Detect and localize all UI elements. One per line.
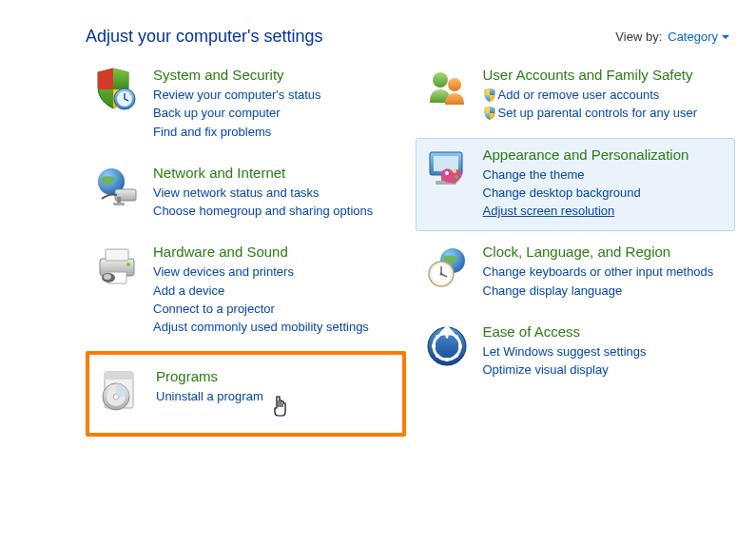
- category-link[interactable]: View devices and printers: [153, 264, 397, 280]
- category-link[interactable]: Add or remove user accounts: [483, 88, 727, 103]
- category-links: Add or remove user accounts Set up paren…: [483, 88, 727, 122]
- category-programs[interactable]: ProgramsUninstall a program: [86, 351, 406, 437]
- page-title: Adjust your computer's settings: [86, 27, 323, 47]
- category-title[interactable]: Programs: [156, 368, 395, 385]
- link-text: Add or remove user accounts: [498, 88, 660, 102]
- link-text: Change display language: [483, 283, 623, 298]
- category-clock-language-and-region[interactable]: Clock, Language, and RegionChange keyboa…: [416, 235, 736, 311]
- programs-disc-icon: [97, 368, 143, 414]
- uac-shield-icon: [483, 88, 496, 102]
- category-body: User Accounts and Family Safety Add or r…: [483, 67, 727, 122]
- category-link[interactable]: Find and fix problems: [153, 125, 397, 140]
- category-links: Change the themeChange desktop backgroun…: [483, 167, 727, 220]
- svg-point-18: [448, 78, 461, 91]
- link-text: Connect to a projector: [153, 302, 275, 316]
- uac-shield-icon: [483, 107, 496, 120]
- link-text: Review your computer's status: [153, 88, 321, 102]
- category-title[interactable]: Clock, Language, and Region: [483, 244, 727, 261]
- category-title[interactable]: Ease of Access: [483, 323, 727, 341]
- ease-access-icon: [424, 323, 470, 369]
- svg-rect-7: [106, 249, 128, 261]
- category-body: Clock, Language, and RegionChange keyboa…: [483, 244, 727, 299]
- category-link[interactable]: Review your computer's status: [153, 88, 397, 103]
- link-text: Change keyboards or other input methods: [483, 264, 714, 279]
- link-text: Find and fix problems: [153, 125, 271, 139]
- svg-point-36: [455, 335, 458, 339]
- appearance-icon: [424, 146, 470, 192]
- category-link[interactable]: Choose homegroup and sharing options: [153, 204, 397, 219]
- svg-point-9: [126, 263, 130, 266]
- category-body: Network and InternetView network status …: [153, 165, 397, 220]
- category-links: View network status and tasksChoose home…: [153, 185, 397, 220]
- category-link[interactable]: Back up your computer: [153, 106, 397, 121]
- svg-point-37: [436, 354, 439, 358]
- svg-point-23: [445, 171, 449, 175]
- clock-globe-icon: [424, 244, 470, 289]
- category-link[interactable]: Change display language: [483, 283, 727, 299]
- shield-clock-icon: [94, 67, 140, 112]
- category-link[interactable]: Adjust screen resolution: [483, 204, 727, 219]
- category-title[interactable]: Hardware and Sound: [153, 244, 397, 261]
- category-link[interactable]: Set up parental controls for any user: [483, 106, 727, 121]
- category-title[interactable]: System and Security: [153, 67, 397, 84]
- svg-point-24: [453, 169, 456, 173]
- categories-grid: System and SecurityReview your computer'…: [0, 58, 756, 440]
- link-text: Change the theme: [483, 167, 585, 182]
- svg-rect-13: [105, 372, 133, 380]
- link-text: Change desktop background: [483, 185, 641, 200]
- category-hardware-and-sound[interactable]: Hardware and SoundView devices and print…: [86, 235, 406, 347]
- category-link[interactable]: Let Windows suggest settings: [483, 344, 727, 360]
- printer-icon: [94, 244, 140, 289]
- link-text: Uninstall a program: [156, 389, 263, 403]
- category-network-and-internet[interactable]: Network and InternetView network status …: [86, 156, 406, 232]
- category-system-and-security[interactable]: System and SecurityReview your computer'…: [86, 58, 406, 152]
- category-title[interactable]: Network and Internet: [153, 165, 397, 182]
- svg-rect-5: [113, 203, 125, 205]
- svg-point-29: [439, 273, 442, 276]
- left-column: System and SecurityReview your computer'…: [86, 58, 406, 440]
- category-link[interactable]: View network status and tasks: [153, 185, 397, 201]
- link-text: Adjust screen resolution: [483, 204, 615, 218]
- category-link[interactable]: Change keyboards or other input methods: [483, 264, 727, 280]
- category-link[interactable]: Uninstall a program: [156, 389, 395, 404]
- view-by-value[interactable]: Category: [668, 29, 729, 44]
- link-text: Back up your computer: [153, 106, 281, 120]
- svg-point-35: [436, 335, 439, 339]
- category-link[interactable]: Connect to a projector: [153, 302, 397, 317]
- link-text: View devices and printers: [153, 264, 294, 279]
- category-link[interactable]: Add a device: [153, 283, 397, 299]
- header-row: Adjust your computer's settings View by:…: [0, 0, 756, 58]
- category-body: Hardware and SoundView devices and print…: [153, 244, 397, 335]
- right-column: User Accounts and Family Safety Add or r…: [416, 58, 736, 440]
- category-links: Uninstall a program: [156, 389, 395, 404]
- category-user-accounts-and-family-safety[interactable]: User Accounts and Family Safety Add or r…: [416, 58, 736, 134]
- category-links: Change keyboards or other input methodsC…: [483, 264, 727, 299]
- category-link[interactable]: Optimize visual display: [483, 362, 727, 378]
- svg-point-17: [433, 72, 448, 88]
- link-text: Adjust commonly used mobility settings: [153, 320, 369, 334]
- category-title[interactable]: Appearance and Personalization: [483, 146, 727, 164]
- category-appearance-and-personalization[interactable]: Appearance and PersonalizationChange the…: [416, 138, 736, 232]
- category-body: Appearance and PersonalizationChange the…: [483, 146, 727, 220]
- link-text: Set up parental controls for any user: [498, 106, 698, 120]
- svg-rect-4: [117, 197, 121, 203]
- svg-point-32: [431, 344, 435, 348]
- link-text: Optimize visual display: [483, 362, 609, 377]
- link-text: View network status and tasks: [153, 185, 320, 200]
- category-link[interactable]: Adjust commonly used mobility settings: [153, 320, 397, 335]
- link-text: Let Windows suggest settings: [483, 344, 647, 359]
- users-icon: [424, 67, 470, 112]
- svg-point-38: [455, 354, 458, 358]
- category-body: Ease of AccessLet Windows suggest settin…: [483, 323, 727, 379]
- category-link[interactable]: Change the theme: [483, 167, 727, 183]
- svg-point-33: [457, 344, 461, 348]
- category-links: Review your computer's statusBack up you…: [153, 88, 397, 140]
- view-by-control[interactable]: View by: Category: [615, 29, 729, 44]
- category-ease-of-access[interactable]: Ease of AccessLet Windows suggest settin…: [416, 315, 736, 391]
- category-links: Let Windows suggest settingsOptimize vis…: [483, 344, 727, 379]
- category-link[interactable]: Change desktop background: [483, 185, 727, 201]
- category-body: System and SecurityReview your computer'…: [153, 67, 397, 140]
- svg-point-25: [455, 175, 458, 179]
- category-title[interactable]: User Accounts and Family Safety: [483, 67, 727, 84]
- svg-point-34: [444, 358, 448, 361]
